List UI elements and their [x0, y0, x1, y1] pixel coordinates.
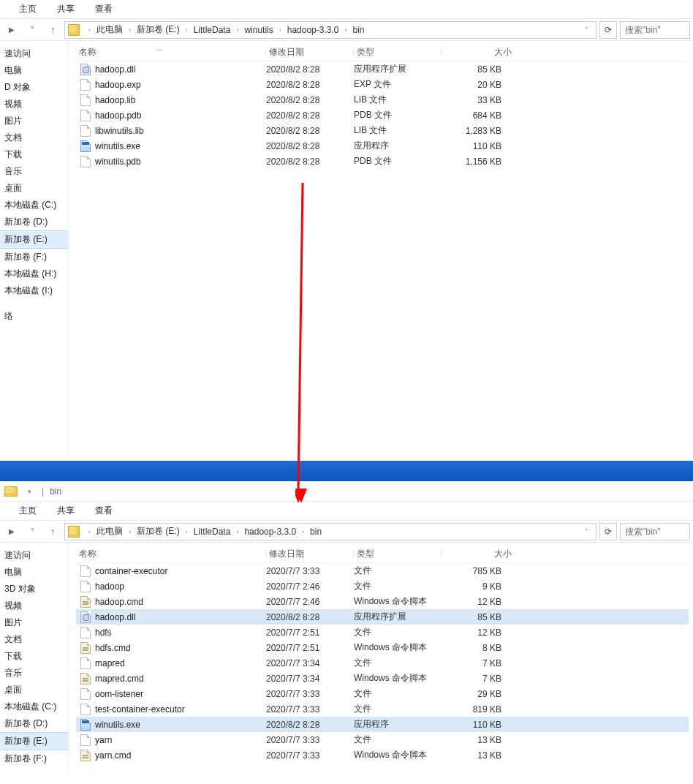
tree-item[interactable]: 电脑 [0, 564, 68, 581]
file-row[interactable]: mapred.cmd2020/7/7 3:34Windows 命令脚本7 KB [76, 671, 689, 686]
file-row[interactable]: hadoop2020/7/7 2:46文件9 KB [76, 578, 689, 594]
crumb[interactable]: winutils [243, 25, 274, 35]
tree-item[interactable]: 新加卷 (D:) [0, 214, 68, 230]
file-row[interactable]: oom-listener2020/7/7 3:33文件29 KB [76, 686, 689, 701]
nav-up-icon[interactable]: ↑ [44, 523, 61, 540]
address-bar[interactable]: › 此电脑 › 新加卷 (E:) › LittleData › winutils… [64, 21, 597, 39]
ribbon-tab[interactable]: 主页 [9, 502, 47, 520]
chevron-down-icon[interactable]: ˅ [580, 528, 593, 535]
crumb[interactable]: 此电脑 [95, 525, 124, 538]
tree-item[interactable]: 音乐 [0, 163, 68, 180]
ribbon-tab[interactable]: 共享 [47, 0, 85, 18]
file-row[interactable]: test-container-executor2020/7/7 3:33文件81… [76, 701, 689, 717]
search-input[interactable] [625, 527, 685, 537]
tree-item[interactable]: 图片 [0, 113, 68, 129]
nav-forward-icon[interactable]: ▶ [3, 21, 20, 39]
file-row[interactable]: hadoop.lib2020/8/2 8:28LIB 文件33 KB [76, 92, 689, 108]
chevron-right-icon[interactable]: › [298, 528, 308, 535]
header-type[interactable]: 类型 [354, 548, 442, 560]
tree-item[interactable]: 速访问 [0, 547, 68, 564]
crumb[interactable]: LittleData [192, 25, 232, 35]
chevron-right-icon[interactable]: › [124, 26, 135, 34]
chevron-right-icon[interactable]: › [124, 528, 135, 535]
tree-item[interactable]: 本地磁盘 (C:) [0, 197, 68, 214]
refresh-button[interactable]: ⟳ [599, 523, 617, 540]
crumb[interactable]: 此电脑 [95, 23, 124, 36]
file-row[interactable]: libwinutils.lib2020/8/2 8:28LIB 文件1,283 … [76, 123, 689, 138]
search-box[interactable] [620, 21, 690, 39]
tree-item[interactable]: 新加卷 (D:) [0, 715, 68, 732]
tree-item[interactable]: 新加卷 (E:) [0, 230, 68, 249]
file-row[interactable]: hadoop.pdb2020/8/2 8:28PDB 文件684 KB [76, 108, 689, 123]
chevron-down-icon[interactable]: ˅ [580, 26, 593, 34]
file-row[interactable]: mapred2020/7/7 3:34文件7 KB [76, 655, 689, 671]
tree-item[interactable]: 本地磁盘 (H:) [0, 265, 68, 282]
crumb[interactable]: bin [351, 25, 366, 35]
header-name[interactable]: 名称︿ [76, 46, 266, 59]
tree-item[interactable]: 音乐 [0, 665, 68, 682]
ribbon-tab[interactable]: 查看 [85, 0, 123, 18]
crumb[interactable]: 新加卷 (E:) [135, 23, 181, 36]
file-row[interactable]: winutils.pdb2020/8/2 8:28PDB 文件1,156 KB [76, 154, 689, 169]
file-row[interactable]: hadoop.dll2020/8/2 8:28应用程序扩展85 KB [76, 609, 689, 625]
tree-item[interactable]: 图片 [0, 614, 68, 631]
file-row[interactable]: winutils.exe2020/8/2 8:28应用程序110 KB [76, 717, 689, 732]
nav-forward-icon[interactable]: ▶ [3, 523, 20, 540]
tree-item[interactable]: 新加卷 (F:) [0, 249, 68, 265]
file-row[interactable]: yarn2020/7/7 3:33文件13 KB [76, 732, 689, 747]
crumb[interactable]: hadoop-3.3.0 [243, 527, 298, 537]
tree-item[interactable]: 本地磁盘 (I:) [0, 282, 68, 299]
file-row[interactable]: hdfs.cmd2020/7/7 2:51Windows 命令脚本8 KB [76, 640, 689, 655]
tree-item[interactable]: 新加卷 (F:) [0, 750, 68, 767]
tree-item[interactable]: 文档 [0, 631, 68, 648]
header-size[interactable]: 大小 [442, 548, 515, 560]
ribbon-tab[interactable]: 主页 [9, 0, 47, 18]
refresh-button[interactable]: ⟳ [599, 21, 617, 39]
nav-up-icon[interactable]: ↑ [44, 21, 61, 39]
chevron-right-icon[interactable]: › [84, 26, 95, 34]
tree-item[interactable]: 3D 对象 [0, 581, 68, 598]
chevron-right-icon[interactable]: › [181, 26, 192, 34]
file-row[interactable]: hadoop.dll2020/8/2 8:28应用程序扩展85 KB [76, 61, 689, 77]
tree-item[interactable]: D 对象 [0, 79, 68, 96]
nav-tree[interactable]: 速访问电脑D 对象视频图片文档下载音乐桌面本地磁盘 (C:)新加卷 (D:)新加… [0, 41, 69, 459]
header-size[interactable]: 大小 [442, 46, 515, 59]
search-input[interactable] [625, 25, 685, 35]
chevron-right-icon[interactable]: › [232, 528, 243, 535]
tree-item[interactable]: 本地磁盘 (C:) [0, 698, 68, 715]
file-row[interactable]: hadoop.exp2020/8/2 8:28EXP 文件20 KB [76, 77, 689, 92]
nav-recent-icon[interactable]: ˅ [23, 21, 41, 39]
chevron-right-icon[interactable]: › [275, 26, 286, 34]
file-row[interactable]: hdfs2020/7/7 2:51文件12 KB [76, 625, 689, 640]
header-date[interactable]: 修改日期 [266, 46, 354, 59]
tree-item[interactable]: 下载 [0, 648, 68, 665]
chevron-right-icon[interactable]: › [340, 26, 351, 34]
crumb[interactable]: bin [308, 527, 323, 537]
tree-item[interactable]: 新加卷 (E:) [0, 732, 68, 750]
file-row[interactable]: hadoop.cmd2020/7/7 2:46Windows 命令脚本12 KB [76, 594, 689, 609]
address-bar[interactable]: › 此电脑 › 新加卷 (E:) › LittleData › hadoop-3… [64, 523, 597, 540]
ribbon-tab[interactable]: 查看 [85, 502, 123, 520]
tree-item[interactable]: 视频 [0, 598, 68, 614]
file-row[interactable]: container-executor2020/7/7 3:33文件785 KB [76, 563, 689, 578]
nav-recent-icon[interactable]: ˅ [23, 523, 41, 540]
ribbon-tab[interactable]: 共享 [47, 502, 85, 520]
tree-item[interactable]: 络 [0, 308, 68, 325]
tree-item[interactable]: 速访问 [0, 45, 68, 62]
crumb[interactable]: LittleData [192, 527, 232, 537]
header-date[interactable]: 修改日期 [266, 548, 354, 560]
tree-item[interactable]: 下载 [0, 146, 68, 163]
tree-item[interactable]: 桌面 [0, 682, 68, 698]
chevron-right-icon[interactable]: › [181, 528, 192, 535]
tree-item[interactable]: 电脑 [0, 62, 68, 79]
search-box[interactable] [620, 523, 690, 540]
nav-tree[interactable]: 速访问电脑3D 对象视频图片文档下载音乐桌面本地磁盘 (C:)新加卷 (D:)新… [0, 543, 69, 772]
file-row[interactable]: yarn.cmd2020/7/7 3:33Windows 命令脚本13 KB [76, 747, 689, 763]
chevron-right-icon[interactable]: › [232, 26, 243, 34]
tree-item[interactable]: 桌面 [0, 180, 68, 197]
crumb[interactable]: hadoop-3.3.0 [286, 25, 341, 35]
tree-item[interactable]: 视频 [0, 96, 68, 113]
tree-item[interactable]: 文档 [0, 129, 68, 146]
chevron-down-icon[interactable]: ▾ [23, 488, 36, 495]
file-row[interactable]: winutils.exe2020/8/2 8:28应用程序110 KB [76, 138, 689, 154]
